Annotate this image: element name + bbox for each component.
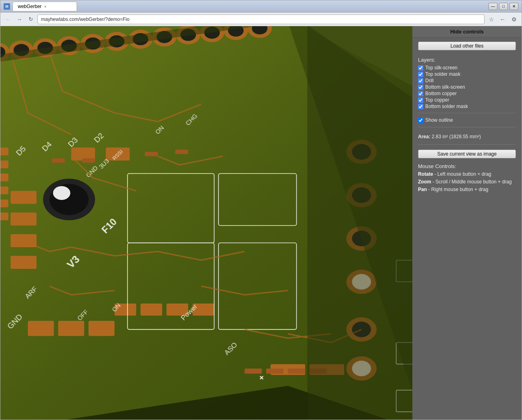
svg-rect-90 <box>145 152 158 156</box>
svg-rect-28 <box>0 160 8 168</box>
back-nav-button[interactable]: ← <box>498 15 507 24</box>
address-bar: ← → ↻ mayhewlabs.com/webGerber/?demo=Fio… <box>0 12 522 26</box>
layer-top-copper-label: Top copper <box>425 97 449 103</box>
bookmark-button[interactable]: ☆ <box>487 15 496 24</box>
svg-rect-97 <box>307 26 412 420</box>
url-bar[interactable]: mayhewlabs.com/webGerber/?demo=Fio <box>37 15 485 24</box>
layer-bottom-solder-mask-label: Bottom solder mask <box>425 104 468 109</box>
maximize-button[interactable]: □ <box>499 3 508 10</box>
rotate-control: Rotate - Left mouse button + drag <box>418 171 516 178</box>
svg-rect-88 <box>52 158 64 163</box>
rotate-label: Rotate <box>418 171 433 177</box>
layer-top-solder-mask-checkbox[interactable] <box>418 72 423 77</box>
panel-header-label: Hide controls <box>450 29 484 35</box>
pcb-scene: D5 D4 D3 D2 GND 3U3 RSSI ON CHG F10 V3 A… <box>0 26 412 420</box>
save-image-button[interactable]: Save current view as image <box>418 150 516 158</box>
show-outline-label: Show outline <box>425 117 453 123</box>
svg-rect-94 <box>288 368 305 374</box>
layer-top-solder-mask[interactable]: Top solder mask <box>418 71 516 77</box>
layer-top-silk-screen[interactable]: Top silk-screen <box>418 65 516 71</box>
settings-button[interactable]: ⚙ <box>510 15 518 24</box>
forward-button[interactable]: → <box>15 15 24 24</box>
svg-rect-34 <box>10 212 36 225</box>
divider-1 <box>418 113 516 113</box>
back-button[interactable]: ← <box>4 15 12 24</box>
layer-top-copper[interactable]: Top copper <box>418 97 516 103</box>
browser-icon: M <box>4 3 10 10</box>
load-files-button[interactable]: Load other files <box>418 42 516 50</box>
area-value: 2.83 in² (1828.55 mm²) <box>432 134 481 139</box>
window-controls: — □ ✕ <box>489 3 518 10</box>
minimize-button[interactable]: — <box>489 3 497 10</box>
svg-rect-29 <box>0 173 8 181</box>
mouse-controls-section: Mouse Controls: Rotate - Left mouse butt… <box>418 163 516 193</box>
rotate-desc: - Left mouse button + drag <box>435 171 491 177</box>
layer-drill-checkbox[interactable] <box>418 78 423 83</box>
close-window-button[interactable]: ✕ <box>510 3 518 10</box>
layer-bottom-solder-mask[interactable]: Bottom solder mask <box>418 104 516 109</box>
layer-drill-label: Drill <box>425 78 434 83</box>
browser-window: M webGerber × — □ ✕ ← → ↻ mayhewlabs.com… <box>0 0 522 420</box>
layer-bottom-copper-checkbox[interactable] <box>418 91 423 96</box>
url-text: mayhewlabs.com/webGerber/?demo=Fio <box>41 17 129 22</box>
svg-point-62 <box>53 186 70 200</box>
layer-bottom-silk-screen-checkbox[interactable] <box>418 85 423 90</box>
svg-rect-41 <box>89 321 114 336</box>
tab-close-button[interactable]: × <box>44 4 46 9</box>
svg-rect-40 <box>58 321 84 336</box>
pcb-canvas[interactable]: D5 D4 D3 D2 GND 3U3 RSSI ON CHG F10 V3 A… <box>0 26 412 420</box>
svg-rect-27 <box>0 148 8 155</box>
svg-rect-31 <box>0 200 8 207</box>
divider-2 <box>418 127 516 127</box>
area-label: Area: <box>418 134 430 139</box>
pan-label: Pan <box>418 187 427 192</box>
zoom-control: Zoom - Scroll / Middle mouse button + dr… <box>418 179 516 185</box>
divider-3 <box>418 144 516 145</box>
zoom-label: Zoom <box>418 179 431 185</box>
show-outline-item[interactable]: Show outline <box>418 117 516 123</box>
svg-rect-92 <box>245 368 262 374</box>
svg-rect-33 <box>10 191 36 204</box>
refresh-button[interactable]: ↻ <box>26 15 35 24</box>
pan-desc: - Right mouse button + drag <box>428 187 488 192</box>
layer-bottom-copper-label: Bottom copper <box>425 91 457 96</box>
control-panel: Hide controls Load other files Layers: T… <box>412 26 522 420</box>
zoom-desc: - Scroll / Middle mouse button + drag <box>433 179 512 185</box>
svg-rect-43 <box>141 304 162 316</box>
area-display: Area: 2.83 in² (1828.55 mm²) <box>418 134 516 139</box>
svg-rect-39 <box>28 321 54 336</box>
svg-rect-89 <box>82 158 95 163</box>
layer-top-silk-screen-label: Top silk-screen <box>425 65 458 71</box>
svg-rect-91 <box>175 150 188 154</box>
show-outline-checkbox[interactable] <box>418 118 423 123</box>
layer-bottom-copper[interactable]: Bottom copper <box>418 91 516 96</box>
svg-rect-36 <box>10 256 36 269</box>
layer-top-solder-mask-label: Top solder mask <box>425 71 460 77</box>
svg-rect-30 <box>0 187 8 194</box>
tab-label: webGerber <box>18 4 42 9</box>
layer-top-silk-screen-checkbox[interactable] <box>418 65 423 71</box>
layer-bottom-silk-screen-label: Bottom silk-screen <box>425 84 465 90</box>
layer-bottom-silk-screen[interactable]: Bottom silk-screen <box>418 84 516 90</box>
title-bar: M webGerber × — □ ✕ <box>0 0 522 12</box>
mouse-controls-title: Mouse Controls: <box>418 163 516 169</box>
main-content: D5 D4 D3 D2 GND 3U3 RSSI ON CHG F10 V3 A… <box>0 26 522 420</box>
pan-control: Pan - Right mouse button + drag <box>418 186 516 193</box>
layer-bottom-solder-mask-checkbox[interactable] <box>418 104 423 109</box>
panel-body: Load other files Layers: Top silk-screen… <box>412 37 522 198</box>
layer-top-copper-checkbox[interactable] <box>418 98 423 103</box>
browser-tab[interactable]: webGerber × <box>12 2 77 11</box>
svg-rect-32 <box>0 212 8 220</box>
svg-rect-93 <box>266 368 283 374</box>
panel-header: Hide controls <box>412 26 522 37</box>
layers-label: Layers: <box>418 57 516 63</box>
layer-drill[interactable]: Drill <box>418 78 516 83</box>
